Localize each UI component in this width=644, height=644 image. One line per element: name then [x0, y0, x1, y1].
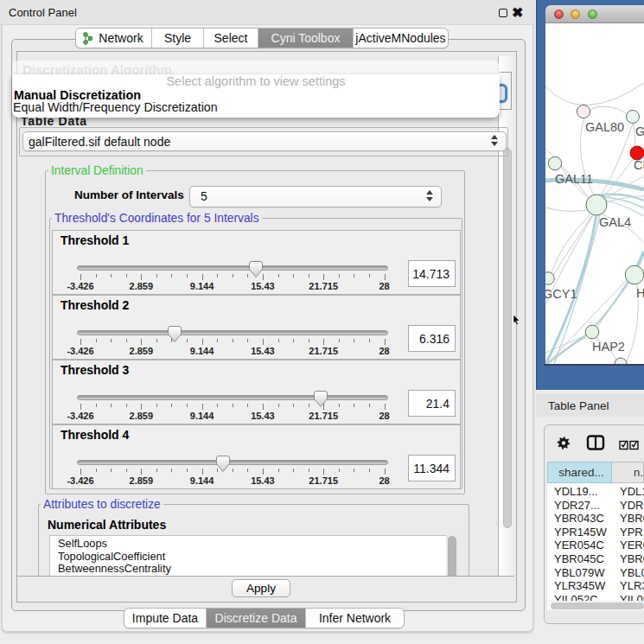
svg-text:GAL80: GAL80	[585, 120, 624, 134]
svg-text:CMK1: CMK1	[634, 158, 644, 172]
svg-text:HAP2: HAP2	[592, 340, 625, 354]
svg-text:H: H	[636, 286, 644, 300]
svg-text:GCY1: GCY1	[545, 287, 577, 301]
svg-text:GAL11: GAL11	[555, 172, 593, 186]
svg-text:GAL4: GAL4	[599, 215, 631, 229]
svg-text:GAL3: GAL3	[635, 124, 644, 138]
